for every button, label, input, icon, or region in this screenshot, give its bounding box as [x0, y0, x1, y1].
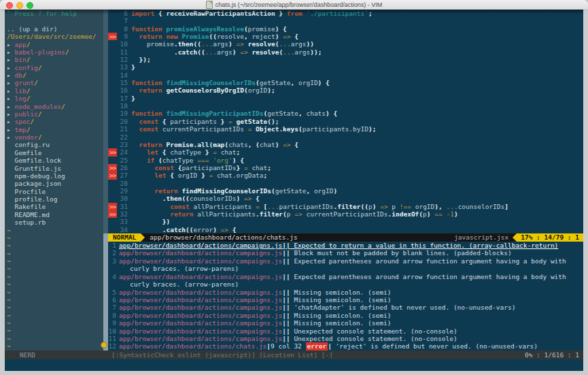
code-line[interactable]: >>31 const allParticipants = [...partici… [108, 203, 583, 210]
code-line[interactable]: 22 [108, 133, 583, 141]
tree-item[interactable]: ▸ tmp/ [7, 126, 103, 133]
code-line[interactable]: >>26 const {participantIDs} = chat; [108, 164, 583, 172]
code-line[interactable]: 8function promiseAlwaysResolve(promise) … [108, 25, 583, 33]
minimize-button[interactable] [16, 2, 23, 9]
code-line[interactable]: 18 [108, 102, 583, 110]
line-number: 12 [117, 56, 128, 63]
tree-item[interactable]: npm-debug.log [7, 172, 103, 180]
syntastic-error-sign-icon: >> [108, 148, 117, 156]
tree-item[interactable]: Procfile [7, 188, 103, 195]
code-line[interactable]: 29 return findMissingCounselorIDs(getSta… [108, 187, 583, 195]
loclist-line-number: 3 [108, 257, 116, 265]
loclist-line-number: 10 [108, 327, 116, 335]
tree-item[interactable]: ▸ node_modules/ [7, 103, 103, 110]
loclist-entry[interactable]: 4app/browser/dashboard/actions/campaigns… [108, 273, 583, 280]
tree-item[interactable]: ▸ vendor/ [7, 133, 103, 141]
loclist-entry[interactable]: 5app/browser/dashboard/actions/campaigns… [108, 289, 583, 296]
tree-item[interactable]: ▸ app/ [7, 41, 103, 48]
sign-column [108, 133, 117, 141]
powerline-right-arrow-icon [141, 233, 145, 242]
loclist-entry[interactable]: 8app/browser/dashboard/actions/campaigns… [108, 312, 583, 319]
tree-item[interactable]: ▸ spec/ [7, 118, 103, 125]
code-line[interactable]: 33 }) [108, 218, 583, 225]
tree-item[interactable]: Gemfile.lock [7, 157, 103, 164]
tree-item[interactable]: config.ru [7, 141, 103, 148]
code-editor[interactable]: 6import { receiveRawParticipantsAction }… [108, 10, 583, 233]
code-line[interactable]: 30 .then((counselorIDs) => { [108, 195, 583, 202]
code-line[interactable]: 25 if (chatType === 'org') { [108, 157, 583, 164]
code-line[interactable]: 20 const { participants } = getState(); [108, 118, 583, 125]
loclist-entry[interactable]: 3app/browser/dashboard/actions/campaigns… [108, 257, 583, 265]
tilde-marker: ~ [7, 242, 103, 249]
code-line[interactable]: 14 [108, 71, 583, 79]
vertical-split-separator[interactable] [103, 10, 108, 350]
line-number: 21 [117, 125, 128, 133]
tree-item[interactable]: " Press ? for help [7, 10, 103, 17]
code-line[interactable]: >>24 let { chatType } = chat; [108, 148, 583, 156]
loclist-line-number [119, 265, 127, 272]
loclist-line-number: 7 [108, 304, 116, 311]
code-line[interactable]: 7 [108, 17, 583, 25]
code-line[interactable]: 11 .catch((...args) => resolve(...args))… [108, 48, 583, 56]
code-line[interactable]: >> 9 return new Promise((resolve, reject… [108, 33, 583, 40]
code-line[interactable]: 34 .catch((error) => { [108, 226, 583, 233]
tree-item[interactable]: setup.rb [7, 218, 103, 226]
code-line[interactable]: 21 const currentParticipantIDs = Object.… [108, 125, 583, 133]
sign-column [108, 95, 117, 102]
line-number: 20 [117, 118, 128, 125]
code-line[interactable]: 10 promise.then((...args) => resolve(...… [108, 40, 583, 48]
tree-item[interactable]: .. (up a dir) [7, 25, 103, 33]
loclist-line-number: 5 [108, 289, 116, 296]
tree-item[interactable]: Gemfile [7, 149, 103, 157]
line-number: 8 [117, 25, 128, 33]
syntastic-error-sign-icon: >> [108, 33, 117, 40]
tree-item[interactable]: /Users/dave/src/zeemee/ [7, 33, 103, 40]
tree-item[interactable]: profile.log [7, 195, 103, 203]
code-line[interactable]: 28 [108, 180, 583, 187]
tilde-marker: ~ [7, 319, 103, 327]
tree-item[interactable]: ▸ bin/ [7, 56, 103, 63]
tree-item[interactable]: package.json [7, 180, 103, 187]
close-button[interactable] [6, 2, 13, 9]
tree-item[interactable]: ▸ lib/ [7, 87, 103, 95]
line-number: 25 [117, 157, 128, 164]
tilde-marker: ~ [7, 342, 103, 350]
zoom-button[interactable] [27, 2, 33, 9]
tree-item[interactable]: ▸ db/ [7, 71, 103, 79]
code-line[interactable]: 15function findMissingCounselorIDs(getSt… [108, 79, 583, 86]
loclist-entry[interactable]: curly braces. (arrow-parens) [108, 280, 583, 288]
tree-item[interactable]: README.md [7, 211, 103, 218]
tree-item[interactable]: ▸ log/ [7, 95, 103, 102]
loclist-statusline: [:SyntasticCheck eslint (javascript)] [L… [106, 350, 333, 359]
loclist-entry[interactable]: 11app/browser/dashboard/actions/campaign… [108, 335, 583, 342]
loclist-entry[interactable]: curly braces. (arrow-parens) [108, 265, 583, 272]
code-line[interactable]: 12 }); [108, 56, 583, 63]
code-line[interactable]: 23 return Promise.all(map(chats, (chat) … [108, 141, 583, 148]
loclist-entry[interactable]: 2app/browser/dashboard/actions/campaigns… [108, 249, 583, 257]
code-line[interactable]: >>27 let { orgID } = chat.orgData; [108, 172, 583, 179]
tilde-marker: ~ [7, 273, 103, 280]
sign-column [108, 157, 117, 164]
tree-item[interactable]: Gruntfile.js [7, 165, 103, 172]
loclist-entry[interactable]: 6app/browser/dashboard/actions/campaigns… [108, 296, 583, 304]
tree-item[interactable]: ▸ public/ [7, 110, 103, 118]
loclist-entry[interactable]: 10app/browser/dashboard/actions/campaign… [108, 327, 583, 335]
bottom-statusbar: NERD [:SyntasticCheck eslint (javascript… [5, 350, 583, 359]
code-line[interactable]: 13} [108, 63, 583, 71]
loclist-entry[interactable]: 1app/browser/dashboard/actions/campaigns… [108, 242, 583, 249]
code-line[interactable]: 16 return getCounselorsByOrgID(orgID); [108, 86, 583, 94]
loclist-entry[interactable]: 12app/browser/dashboard/actions/chats.js… [108, 342, 583, 350]
tree-item[interactable]: ▸ config/ [7, 64, 103, 71]
code-line[interactable]: 17} [108, 95, 583, 102]
tree-item[interactable]: ▸ babel-plugins/ [7, 48, 103, 56]
tree-item[interactable]: Rakefile [7, 203, 103, 210]
tree-item[interactable]: ▸ grunt/ [7, 79, 103, 86]
line-number: 28 [117, 180, 128, 187]
loclist-entry[interactable]: 7app/browser/dashboard/actions/campaigns… [108, 304, 583, 311]
loclist-entry[interactable]: 9app/browser/dashboard/actions/campaigns… [108, 319, 583, 327]
tilde-marker: ~ [7, 312, 103, 319]
code-line[interactable]: 6import { receiveRawParticipantsAction }… [108, 10, 583, 17]
code-line[interactable]: >>32 return allParticipants.filter(p => … [108, 210, 583, 218]
command-line[interactable] [5, 359, 583, 371]
code-line[interactable]: 19function findMissingParticipantIDs(get… [108, 110, 583, 117]
